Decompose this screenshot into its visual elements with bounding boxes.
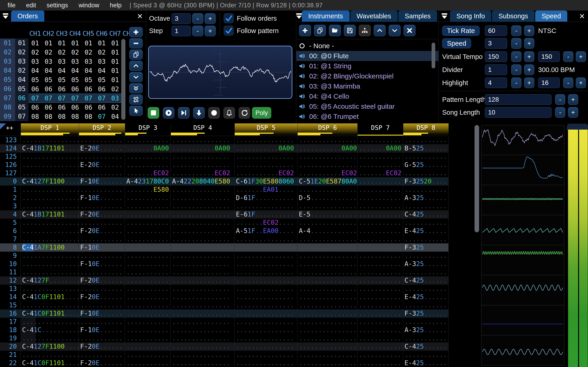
- collapse-icon[interactable]: [0, 10, 11, 22]
- tick-rate-minus-button[interactable]: -: [511, 25, 521, 36]
- pattern-cell[interactable]: ...............: [21, 235, 79, 243]
- pattern-cell[interactable]: ...............: [171, 276, 234, 285]
- order-cell[interactable]: 07: [55, 94, 69, 102]
- pattern-cell[interactable]: F-20E......: [79, 359, 125, 367]
- channel-header-dsp-6[interactable]: DSP 6: [297, 123, 357, 136]
- pattern-cell[interactable]: ...............: [297, 326, 357, 334]
- pattern-cell[interactable]: .......EA01....: [234, 186, 297, 194]
- pattern-cell[interactable]: ...........: [125, 235, 171, 243]
- menu-help[interactable]: help: [104, 2, 127, 9]
- pattern-cell[interactable]: F-10E......: [79, 177, 125, 186]
- pattern-length-plus-button[interactable]: +: [568, 94, 578, 105]
- hl1-plus-button[interactable]: +: [524, 77, 534, 88]
- channel-header-dsp-8[interactable]: DSP 8: [403, 123, 449, 136]
- pattern-cell[interactable]: ...........: [125, 293, 171, 301]
- order-cell[interactable]: 04: [28, 67, 42, 75]
- order-cell[interactable]: 07: [42, 94, 55, 102]
- pattern-cell[interactable]: ...........: [357, 285, 403, 293]
- speed-button[interactable]: Speed: [442, 38, 471, 48]
- tab-samples[interactable]: Samples: [398, 10, 437, 22]
- octave-plus-button[interactable]: +: [205, 13, 216, 24]
- order-cell[interactable]: 08: [42, 113, 55, 120]
- pattern-scrollbar[interactable]: [475, 125, 479, 232]
- instrument-item-6[interactable]: 06: @6 Trumpet: [296, 111, 439, 122]
- pattern-cell[interactable]: ...........: [125, 268, 171, 276]
- pattern-cell[interactable]: ...............: [234, 260, 297, 268]
- order-cell[interactable]: 01: [42, 40, 55, 47]
- pattern-cell[interactable]: ...........: [125, 326, 171, 334]
- close-icon[interactable]: ×: [576, 10, 588, 22]
- channel-header-dsp-7[interactable]: DSP 7: [357, 123, 403, 136]
- divider-minus-button[interactable]: -: [511, 65, 521, 75]
- pattern-cell[interactable]: B-525......: [403, 144, 449, 152]
- octave-minus-button[interactable]: -: [192, 13, 203, 24]
- pattern-cell[interactable]: G-525......: [403, 161, 449, 169]
- divider-input[interactable]: 1: [485, 65, 507, 75]
- tab-instruments[interactable]: Instruments: [302, 10, 350, 22]
- channel-header-dsp-4[interactable]: DSP 4: [171, 123, 234, 136]
- order-cell[interactable]: 02: [42, 49, 55, 56]
- virtual-tempo-denominator-input[interactable]: 150: [538, 51, 560, 62]
- pattern-cell[interactable]: ...............: [234, 276, 297, 285]
- pattern-cell[interactable]: ...........: [125, 219, 171, 227]
- pattern-cell[interactable]: ...........: [357, 342, 403, 351]
- menu-window[interactable]: window: [73, 2, 104, 9]
- pattern-cell[interactable]: C-4127F1100....: [21, 177, 79, 186]
- order-cell[interactable]: 06: [69, 85, 82, 93]
- order-cell[interactable]: 01: [28, 40, 42, 47]
- pattern-cell[interactable]: F-20E......: [79, 276, 125, 285]
- stop-button[interactable]: [148, 107, 159, 119]
- order-cell[interactable]: 05: [28, 76, 42, 84]
- pattern-cell[interactable]: ...............: [171, 210, 234, 219]
- pattern-cell[interactable]: ...........: [357, 359, 403, 367]
- speed-input[interactable]: 3: [485, 38, 507, 49]
- virtual-tempo-numerator-input[interactable]: 150: [485, 51, 507, 62]
- order-cell[interactable]: 06: [15, 94, 28, 103]
- pattern-cell[interactable]: ...............: [297, 285, 357, 293]
- pattern-cell[interactable]: C-425......: [403, 276, 449, 285]
- pattern-cell[interactable]: ...............: [297, 359, 357, 367]
- pattern-cell[interactable]: ...............: [234, 243, 297, 252]
- pattern-cell[interactable]: A-4231780C0: [125, 177, 171, 186]
- order-cell[interactable]: 04: [82, 67, 95, 75]
- pattern-cell[interactable]: ...........: [357, 260, 403, 268]
- channel-header-dsp-2[interactable]: DSP 2: [79, 123, 125, 136]
- pattern-cell[interactable]: ...........: [403, 169, 449, 177]
- pattern-cell[interactable]: ...............: [297, 136, 357, 144]
- pattern-cell[interactable]: ...........: [79, 285, 125, 293]
- pattern-cell[interactable]: ...........0A00: [171, 144, 234, 152]
- pattern-cell[interactable]: ...........: [357, 326, 403, 334]
- pattern-cell[interactable]: ...............: [297, 318, 357, 326]
- pattern-cell[interactable]: ...........: [357, 252, 403, 260]
- order-cell[interactable]: 04: [95, 67, 108, 75]
- pattern-cell[interactable]: ...........: [403, 219, 449, 227]
- pattern-cell[interactable]: F-10E......: [79, 243, 125, 252]
- pattern-cell[interactable]: ...............: [171, 301, 234, 309]
- pattern-cell[interactable]: ...............: [297, 309, 357, 318]
- order-cell[interactable]: 05: [55, 76, 69, 84]
- deep-clone-button[interactable]: [129, 94, 143, 105]
- pattern-cell[interactable]: F-10E......: [79, 260, 125, 268]
- pattern-cell[interactable]: ...........: [125, 301, 171, 309]
- instrument-open-button[interactable]: [329, 25, 341, 36]
- pattern-cell[interactable]: ...............: [21, 301, 79, 309]
- order-cell[interactable]: 06: [82, 104, 95, 111]
- order-cell[interactable]: 01: [82, 40, 95, 47]
- pattern-cell[interactable]: ...........: [125, 136, 171, 144]
- order-cell[interactable]: 06: [55, 104, 69, 111]
- remove-button[interactable]: [129, 38, 143, 48]
- octave-input[interactable]: 3: [172, 13, 191, 24]
- instrument-item-4[interactable]: 04: @4 Cello: [296, 91, 439, 101]
- pattern-cell[interactable]: F-325......: [403, 243, 449, 252]
- order-cell[interactable]: 01: [108, 67, 122, 75]
- pattern-cell[interactable]: ...........: [79, 152, 125, 161]
- instrument-item-3[interactable]: 03: @3 Marimba: [296, 81, 439, 91]
- pattern-cell[interactable]: ...............: [171, 342, 234, 351]
- order-cell[interactable]: 03: [42, 58, 55, 65]
- step-down-button[interactable]: [193, 107, 205, 119]
- pattern-cell[interactable]: ...............: [234, 309, 297, 318]
- step-plus-button[interactable]: +: [205, 26, 216, 36]
- instrument-item-1[interactable]: 01: @1 String: [296, 61, 439, 71]
- pattern-cell[interactable]: C-425......: [403, 210, 449, 219]
- hl1-minus-button[interactable]: -: [511, 77, 521, 88]
